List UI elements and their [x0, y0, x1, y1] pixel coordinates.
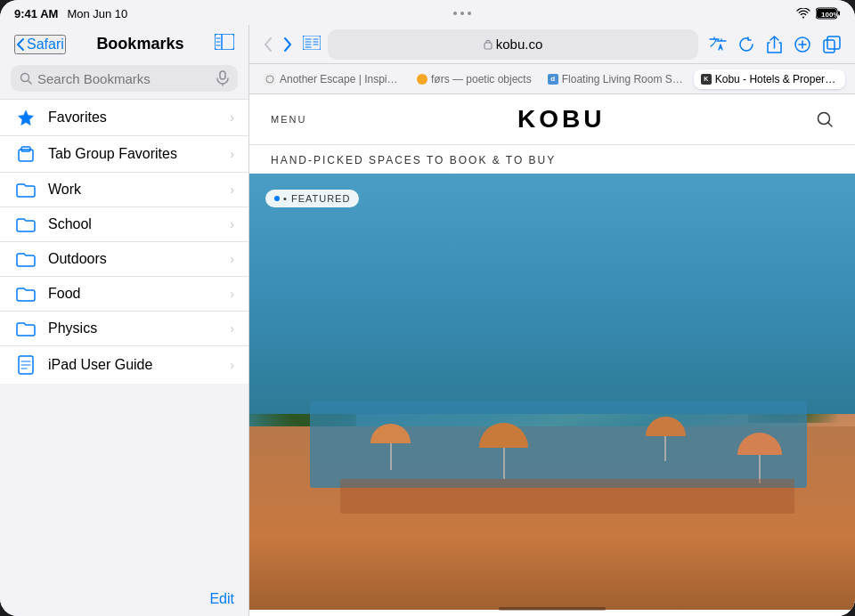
bookmark-label-outdoors: Outdoors: [48, 251, 219, 267]
status-date: Mon Jun 10: [67, 7, 127, 20]
svg-marker-12: [19, 110, 34, 126]
bookmark-item-favorites[interactable]: Favorites ›: [0, 99, 248, 136]
chevron-right-icon-ipad-user-guide: ›: [230, 358, 234, 372]
tab-favicon-floating-living-room: d: [548, 74, 558, 85]
chevron-right-icon-tab-group: ›: [230, 147, 234, 161]
address-bar[interactable]: kobu.co: [328, 29, 698, 60]
chevron-right-icon-food: ›: [230, 287, 234, 301]
bookmark-item-ipad-user-guide[interactable]: iPad User Guide ›: [0, 346, 248, 384]
bookmark-item-tab-group-favorites[interactable]: Tab Group Favorites ›: [0, 136, 248, 173]
school-folder-icon: [14, 216, 37, 232]
translate-button[interactable]: [705, 35, 730, 54]
tab-overview-icon: [823, 36, 841, 53]
browser-area: kobu.co: [249, 25, 855, 616]
bookmark-label-favorites: Favorites: [48, 109, 219, 126]
browser-toolbar: kobu.co: [249, 25, 855, 64]
hero-image: • FEATURED: [249, 174, 855, 610]
new-tab-icon: [794, 36, 810, 53]
chevron-right-icon-work: ›: [230, 182, 234, 197]
safari-back-button[interactable]: Safari: [14, 35, 66, 54]
umbrella-2: [479, 423, 528, 479]
reader-view-button[interactable]: [303, 36, 321, 53]
three-dots-indicator: [453, 12, 471, 15]
bookmark-item-food[interactable]: Food ›: [0, 277, 248, 312]
lock-icon: [484, 38, 493, 50]
sidebar-footer: Edit: [0, 582, 248, 616]
sidebar-header: Safari Bookmarks: [0, 25, 248, 61]
tab-favicon-another-escape: [264, 73, 276, 85]
reload-icon: [739, 36, 754, 53]
umbrella-4: [646, 417, 686, 461]
tab-label-floating-living-room: Floating Living Room Se…: [562, 73, 685, 85]
chevron-right-icon-outdoors: ›: [230, 252, 234, 266]
featured-label: • FEATURED: [283, 193, 350, 204]
chevron-right-icon-school: ›: [230, 217, 234, 231]
sidebar-icon: [215, 34, 234, 50]
chevron-left-icon: [16, 37, 25, 52]
sidebar-toggle-button[interactable]: [215, 34, 234, 54]
umbrella-1: [370, 424, 411, 470]
bookmark-label-physics: Physics: [48, 320, 219, 336]
ipad-frame: 9:41 AM Mon Jun 10 100%: [0, 0, 855, 616]
bookmark-item-school[interactable]: School ›: [0, 207, 248, 242]
hero-lounge-area: [340, 479, 794, 514]
bookmark-item-work[interactable]: Work ›: [0, 173, 248, 207]
bookmark-list: Favorites › Tab Group Favorites ›: [0, 99, 248, 582]
tab-overview-button[interactable]: [819, 34, 844, 55]
tab-fors[interactable]: førs — poetic objects: [410, 69, 539, 89]
svg-rect-32: [827, 36, 840, 49]
battery-icon: 100%: [816, 7, 841, 20]
status-bar-right: 100%: [796, 7, 841, 20]
website-nav: MENU KOBU: [249, 94, 855, 145]
tab-favicon-fors: [417, 74, 428, 85]
tab-another-escape[interactable]: Another Escape | Inspir…: [256, 69, 408, 89]
share-button[interactable]: [763, 34, 786, 55]
scroll-indicator: [499, 607, 606, 611]
bookmark-item-outdoors[interactable]: Outdoors ›: [0, 242, 248, 277]
tab-kobu[interactable]: K Kobu - Hotels & Propert…: [694, 69, 845, 89]
edit-button[interactable]: Edit: [209, 591, 234, 607]
translate-icon: [709, 36, 727, 53]
sidebar: Safari Bookmarks: [0, 25, 249, 616]
search-icon: [20, 72, 32, 85]
chevron-right-browser-icon: [283, 36, 292, 53]
outdoors-folder-icon: [14, 251, 37, 267]
toolbar-right: [705, 34, 844, 55]
physics-folder-icon: [14, 320, 37, 336]
tab-group-favorites-icon: [14, 145, 37, 163]
reader-view-icon: [303, 36, 321, 50]
umbrella-3: [737, 433, 782, 483]
address-text: kobu.co: [496, 36, 543, 52]
website-tagline: HAND-PICKED SPACES TO BOOK & TO BUY: [249, 145, 855, 174]
reload-button[interactable]: [736, 35, 758, 54]
forward-button[interactable]: [280, 35, 296, 54]
website-menu-label: MENU: [271, 114, 306, 125]
bookmark-label-food: Food: [48, 286, 219, 302]
work-folder-icon: [14, 182, 37, 198]
chevron-right-icon-physics: ›: [230, 321, 234, 336]
search-bar[interactable]: [11, 65, 238, 92]
bookmark-item-physics[interactable]: Physics ›: [0, 312, 248, 346]
tab-favicon-kobu: K: [701, 74, 712, 85]
search-input[interactable]: [37, 71, 211, 86]
tab-floating-living-room[interactable]: d Floating Living Room Se…: [541, 69, 692, 89]
tab-label-kobu: Kobu - Hotels & Propert…: [715, 73, 838, 85]
bookmark-label-school: School: [48, 216, 219, 232]
tab-label-fors: førs — poetic objects: [431, 73, 532, 85]
chevron-right-icon-favorites: ›: [230, 110, 234, 125]
back-button[interactable]: [260, 35, 276, 54]
bookmark-label-ipad-user-guide: iPad User Guide: [48, 357, 219, 373]
featured-dot: [274, 196, 280, 201]
ipad-user-guide-icon: [14, 355, 37, 375]
share-icon: [767, 36, 782, 53]
food-folder-icon: [14, 286, 37, 302]
website-search-icon: [816, 110, 834, 128]
mic-icon: [216, 70, 229, 86]
featured-badge: • FEATURED: [265, 190, 359, 207]
new-tab-button[interactable]: [791, 35, 814, 54]
favorites-icon: [14, 109, 37, 126]
bookmark-label-tab-group-favorites: Tab Group Favorites: [48, 146, 219, 162]
svg-text:100%: 100%: [821, 11, 839, 19]
svg-rect-31: [824, 40, 835, 53]
web-content: MENU KOBU HAND-PICKED SPACES TO BOOK & T…: [249, 94, 855, 616]
